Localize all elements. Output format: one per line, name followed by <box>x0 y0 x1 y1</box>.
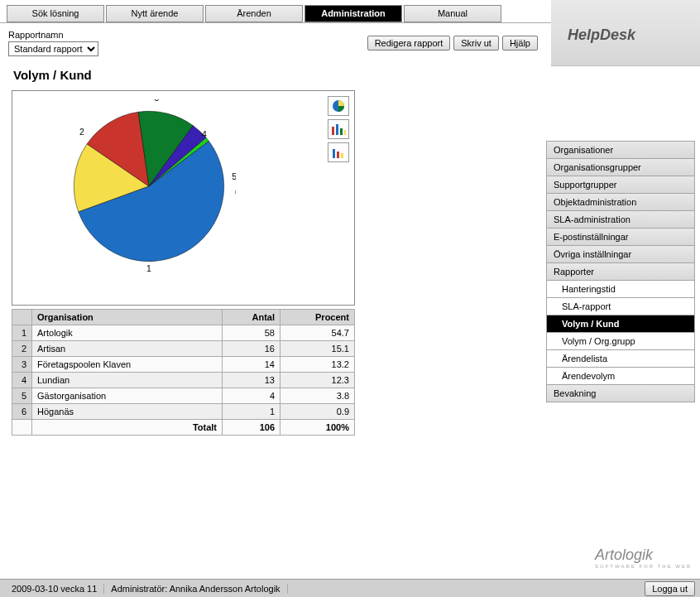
total-pct: 100% <box>280 420 355 436</box>
sidenav-item[interactable]: Volym / Kund <box>547 315 694 333</box>
tab-arenden[interactable]: Ärenden <box>205 5 303 22</box>
print-button[interactable]: Skriv ut <box>453 36 499 51</box>
svg-text:3: 3 <box>155 99 160 103</box>
table-row: 2Artisan1615.1 <box>12 341 355 357</box>
chart-type-bar3d-icon[interactable] <box>328 142 349 162</box>
sidenav-item[interactable]: SLA-administration <box>547 211 694 229</box>
sidenav-item[interactable]: Bevakning <box>547 385 694 402</box>
svg-text:1: 1 <box>146 263 151 273</box>
svg-rect-13 <box>341 153 343 158</box>
table-row: 3Företagspoolen Klaven1413.2 <box>12 357 355 373</box>
report-name-label: Rapportnamn <box>8 30 98 40</box>
sidenav-item[interactable]: Objektadministration <box>547 194 694 211</box>
tab-admin[interactable]: Administration <box>304 5 402 22</box>
col-org: Organisation <box>32 310 223 325</box>
col-pct: Procent <box>280 310 355 325</box>
sidenav: OrganisationerOrganisationsgrupperSuppor… <box>546 141 695 402</box>
svg-rect-12 <box>337 152 339 158</box>
status-date: 2009-03-10 vecka 11 <box>5 584 104 594</box>
sidenav-item[interactable]: Organisationsgrupper <box>547 159 694 176</box>
pie-chart: 123456 <box>62 99 261 298</box>
sidenav-item[interactable]: E-postinställningar <box>547 229 694 246</box>
sidenav-item[interactable]: Ärendevolym <box>547 368 694 385</box>
sidenav-item[interactable]: Organisationer <box>547 142 694 159</box>
sidenav-item[interactable]: Supportgrupper <box>547 176 694 194</box>
brand-panel: HelpDesk <box>551 0 700 66</box>
tab-sok[interactable]: Sök lösning <box>7 5 104 22</box>
tab-manual[interactable]: Manual <box>404 5 501 22</box>
logout-button[interactable]: Logga ut <box>645 581 695 596</box>
sidenav-item[interactable]: Ärendelista <box>547 350 694 368</box>
chart-frame: 123456 <box>12 90 355 306</box>
report-table: Organisation Antal Procent 1Artologik585… <box>12 309 355 436</box>
chart-type-pie-icon[interactable] <box>328 96 349 116</box>
total-count: 106 <box>223 420 280 436</box>
report-title: Volym / Kund <box>13 68 538 82</box>
brand-footer: ArtologikSOFTWARE FOR THE WEB <box>595 546 692 569</box>
status-user: Administratör: Annika Andersson Artologi… <box>104 584 287 594</box>
table-row: 6Höganäs10.9 <box>12 404 355 420</box>
sidenav-item[interactable]: Övriga inställningar <box>547 246 694 263</box>
total-label: Totalt <box>32 420 223 436</box>
svg-rect-7 <box>332 127 334 135</box>
sidenav-item[interactable]: Volym / Org.grupp <box>547 333 694 350</box>
brand-title: HelpDesk <box>568 26 635 44</box>
col-count: Antal <box>223 310 280 325</box>
sidenav-item[interactable]: Rapporter <box>547 263 694 281</box>
svg-rect-10 <box>344 130 346 135</box>
table-row: 1Artologik5854.7 <box>12 325 355 341</box>
chart-type-bar-icon[interactable] <box>328 119 349 139</box>
table-row: 4Lundian1312.3 <box>12 373 355 388</box>
tab-nytt[interactable]: Nytt ärende <box>106 5 204 22</box>
sidenav-item[interactable]: SLA-rapport <box>547 298 694 315</box>
svg-text:6: 6 <box>235 187 236 197</box>
sidenav-item[interactable]: Hanteringstid <box>547 281 694 298</box>
svg-text:4: 4 <box>202 129 207 139</box>
table-row: 5Gästorganisation43.8 <box>12 388 355 404</box>
svg-text:2: 2 <box>79 127 84 137</box>
svg-rect-9 <box>340 128 343 135</box>
svg-rect-8 <box>336 124 338 135</box>
svg-rect-11 <box>333 149 335 158</box>
svg-text:5: 5 <box>232 171 236 181</box>
edit-report-button[interactable]: Redigera rapport <box>367 36 451 51</box>
help-button[interactable]: Hjälp <box>502 36 538 51</box>
report-name-select[interactable]: Standard rapport <box>8 41 98 56</box>
